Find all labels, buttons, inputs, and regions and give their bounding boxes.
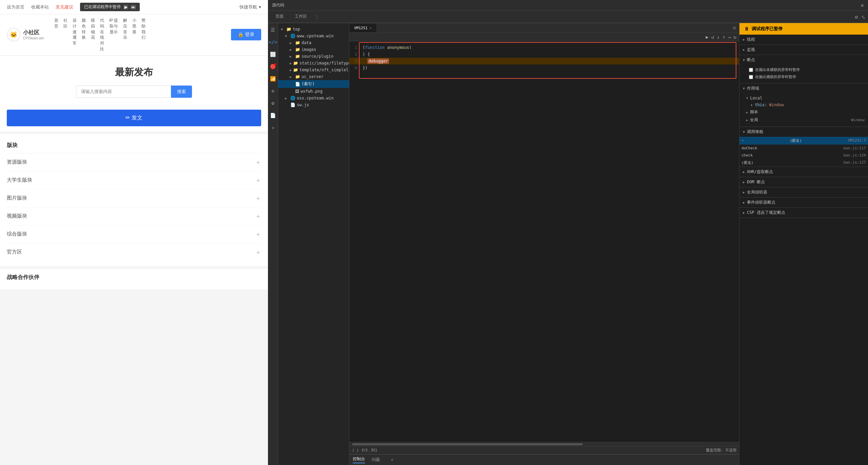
feedback-link[interactable]: 意见建议 — [56, 4, 73, 10]
deactivate-btn[interactable]: ↻ — [734, 34, 736, 40]
tab-workspace[interactable]: 工作区 — [290, 11, 312, 23]
bookmark-link[interactable]: 收藏本站 — [31, 4, 49, 10]
inspect-icon[interactable]: ☰ — [269, 26, 276, 34]
tab-issues[interactable]: 问题 — [372, 457, 380, 463]
console-icon[interactable]: 🔴 — [269, 62, 277, 71]
step-btn[interactable]: ⏭ — [131, 5, 136, 10]
step-out-btn[interactable]: ↑ — [722, 34, 725, 40]
devtools-close-button[interactable]: ✕ — [861, 2, 864, 8]
nav-blackroom[interactable]: 小黑屋 — [132, 18, 136, 35]
callstack-file: ban.js:127 — [844, 160, 866, 165]
tree-node-label: uc_server — [302, 74, 346, 79]
section-label: 资源版块 — [7, 159, 27, 165]
sources-icon[interactable]: </> — [268, 38, 278, 46]
section-official[interactable]: 官方区 ＋ — [7, 243, 261, 261]
search-button[interactable]: 搜索 — [171, 86, 192, 98]
settings-icon[interactable]: ⚙ — [270, 99, 275, 107]
callstack-item-check[interactable]: check ban.js:124 — [739, 152, 868, 159]
tree-index[interactable]: 📄 (索引) — [278, 80, 349, 88]
horizontal-scrollbar[interactable] — [349, 442, 739, 446]
section-general[interactable]: 综合版块 ＋ — [7, 225, 261, 243]
tree-static[interactable]: ▶ 📁 static/image/filetype — [278, 60, 349, 67]
step-btn[interactable]: → — [728, 34, 731, 40]
tree-oss[interactable]: ▶ 🌐 oss.cpoteam.win — [278, 95, 349, 101]
quick-nav[interactable]: 快捷导航 ▾ — [239, 4, 261, 10]
scope-header[interactable]: ▼ 作用域 — [739, 83, 868, 93]
tree-node-label: wxfwh.png — [301, 89, 346, 94]
close-tab-icon[interactable]: ✕ — [370, 26, 372, 30]
tree-uc-server[interactable]: ▶ 📁 uc_server — [278, 73, 349, 80]
watch-header[interactable]: ▶ 监视 — [739, 45, 868, 55]
callstack-item-anon2[interactable]: (匿名) ban.js:127 — [739, 159, 868, 167]
arrow-icon[interactable]: ▶ — [746, 111, 748, 114]
nav-home[interactable]: 首页 — [54, 18, 58, 29]
arrow-icon[interactable]: ▼ — [746, 96, 748, 100]
network-icon[interactable]: 📶 — [269, 75, 277, 83]
step-into-btn[interactable]: ↓ — [717, 34, 719, 40]
nav-firework[interactable]: 模拟烟花 — [91, 18, 95, 40]
search-input[interactable] — [76, 86, 171, 98]
checkbox-uncaught[interactable] — [749, 68, 753, 72]
tab-page[interactable]: 页面 — [271, 11, 288, 23]
section-resources[interactable]: 资源版块 ＋ — [7, 153, 261, 171]
nav-design[interactable]: 设计速通车 — [73, 18, 77, 46]
folder-icon: 📁 — [295, 47, 300, 52]
file-tab-vm1251[interactable]: VM1251 ✕ — [349, 24, 377, 32]
tab-more-icon[interactable]: ⋮ — [315, 15, 319, 19]
xhr-header[interactable]: ▶ XHR/提取断点 — [739, 167, 868, 177]
event-listeners-header[interactable]: ▶ 事件侦听器断点 — [739, 198, 868, 207]
csp-header[interactable]: ▶ CSP 违反了规定断点 — [739, 208, 868, 218]
section-scope: ▼ 作用域 ▼ Local ▶ this: Window — [739, 83, 868, 127]
plus-icon: ＋ — [255, 158, 261, 166]
tree-swjs[interactable]: 📄 sw.js — [278, 101, 349, 108]
tree-template[interactable]: ▶ 📁 template/nft_simplelight/stat — [278, 67, 349, 73]
paused-text: 调试程序已暂停 — [752, 26, 783, 32]
expand-icon[interactable]: ⤡ — [861, 14, 865, 20]
network-icon[interactable]: ⊟ — [855, 14, 858, 20]
split-editor-icon[interactable]: ⊡ — [730, 23, 739, 33]
checkbox-row-2: 在抛出捕获的异常时暂停 — [746, 73, 865, 80]
checkbox-caught[interactable] — [749, 75, 753, 79]
callstack-item-docheck[interactable]: doCheck ban.js:117 — [739, 145, 868, 152]
resume-btn[interactable]: ▶ — [123, 5, 128, 10]
add-tab-btn[interactable]: ＋ — [390, 457, 394, 463]
section-label: 综合版块 — [7, 231, 27, 237]
nav-ip[interactable]: IP 提取与显示 — [109, 18, 118, 35]
line-number: 2 — [349, 52, 361, 57]
nav-code-compare[interactable]: 代码在线对比 — [100, 18, 104, 52]
tree-images[interactable]: ▶ 📁 images — [278, 46, 349, 53]
tree-wxfwh[interactable]: 🖼 wxfwh.png — [278, 88, 349, 95]
arrow-icon[interactable]: ▶ — [746, 118, 748, 122]
step-over-btn[interactable]: ↺ — [711, 34, 714, 40]
section-images[interactable]: 图片版块 ＋ — [7, 189, 261, 207]
tree-source-plugin[interactable]: ▶ 📁 source/plugin — [278, 53, 349, 60]
threads-header[interactable]: ▶ 线程 — [739, 35, 868, 44]
page-icon[interactable]: 📄 — [269, 111, 277, 119]
callstack-item-anon1[interactable]: → (匿名) VM1251:3 — [739, 137, 868, 145]
global-listeners-header[interactable]: ▶ 全局侦听器 — [739, 187, 868, 197]
callstack-header[interactable]: ▼ 调用堆栈 — [739, 127, 868, 137]
dom-header[interactable]: ▶ DOM 断点 — [739, 177, 868, 187]
callstack-file: ban.js:117 — [844, 146, 866, 150]
nav-music[interactable]: 解压音乐 — [123, 18, 127, 40]
performance-icon[interactable]: ⊙ — [270, 87, 275, 95]
tree-top-folder[interactable]: ▼ 📁 top — [278, 26, 349, 33]
set-home-link[interactable]: 设为首页 — [7, 4, 24, 10]
nav-sponsor[interactable]: 赞助我们 — [141, 18, 146, 40]
tree-cpoteam[interactable]: ▼ 🌐 www.cpoteam.win — [278, 33, 349, 39]
resume-execution-btn[interactable]: ▶ — [706, 34, 708, 40]
section-students[interactable]: 大学生版块 ＋ — [7, 171, 261, 189]
nav-community[interactable]: 社区 — [63, 18, 67, 29]
arrow-icon[interactable]: ▶ — [751, 103, 753, 107]
breakpoints-header[interactable]: ▼ 断点 — [739, 55, 868, 65]
section-video[interactable]: 视频版块 ＋ — [7, 207, 261, 225]
tree-data[interactable]: ▶ 📁 data — [278, 39, 349, 46]
post-button[interactable]: ✏ 发文 — [7, 110, 261, 126]
logo[interactable]: 🐱 小社区 CPOteam.win — [7, 28, 44, 41]
nav-color[interactable]: 颜色转换 — [82, 18, 86, 40]
tab-console[interactable]: 控制台 — [353, 456, 365, 463]
add-icon[interactable]: ＋ — [269, 124, 277, 132]
elements-icon[interactable]: ⬜ — [269, 50, 277, 58]
arrow-icon: ▶ — [290, 61, 292, 65]
login-button[interactable]: 🔒 登录 — [231, 29, 261, 40]
